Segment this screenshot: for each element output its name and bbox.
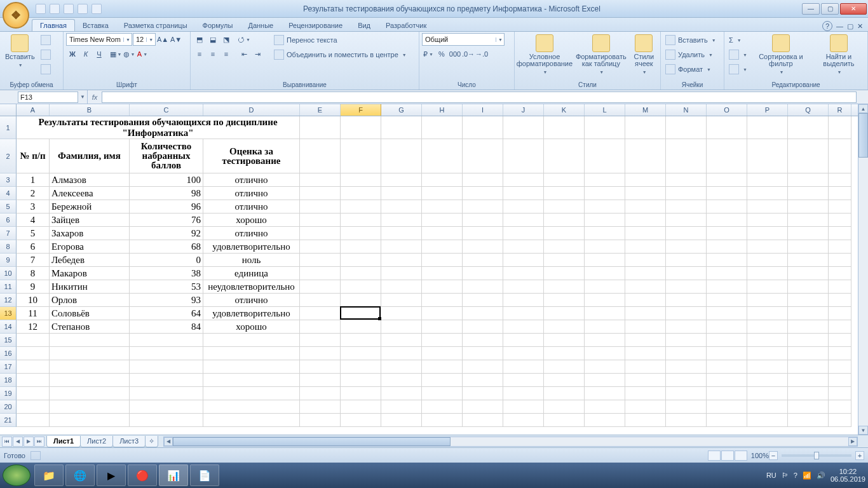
ribbon-tab-7[interactable]: Разработчик [378,20,434,31]
cell-n[interactable]: 6 [17,240,50,254]
row-header[interactable]: 20 [0,400,17,414]
cell[interactable] [666,374,707,387]
cell[interactable] [503,214,544,227]
cell[interactable] [666,267,707,280]
scroll-up-icon[interactable]: ▲ [858,104,868,113]
cell-score[interactable]: 96 [130,200,203,214]
cell[interactable] [747,173,788,187]
cell[interactable] [625,139,666,173]
cell[interactable] [381,200,422,214]
cell[interactable] [625,267,666,280]
formula-input[interactable] [102,92,857,103]
cell[interactable] [788,387,829,400]
cell-n[interactable]: 8 [17,267,50,280]
cell[interactable] [747,139,788,173]
cell[interactable] [463,214,503,227]
cell[interactable] [203,334,300,347]
cell[interactable] [463,320,503,334]
cell[interactable] [300,240,341,254]
cell[interactable] [625,173,666,187]
insert-cells-button[interactable]: Вставить▼ [663,33,718,47]
cell[interactable] [625,294,666,307]
row-header[interactable]: 7 [0,227,17,240]
cell[interactable] [300,347,341,360]
cell[interactable] [422,347,463,360]
cell[interactable] [130,414,203,427]
cell[interactable] [463,240,503,254]
cell[interactable] [300,307,341,320]
cell[interactable] [585,139,625,173]
cell[interactable] [747,360,788,374]
cell[interactable] [788,280,829,294]
cell[interactable] [707,173,747,187]
cell[interactable] [341,139,381,173]
cell[interactable] [666,294,707,307]
taskbar-app-opera[interactable]: 🔴 [128,464,157,486]
cell[interactable] [341,307,381,320]
cell[interactable] [625,374,666,387]
cell[interactable] [625,240,666,254]
mdi-close-icon[interactable]: ✕ [857,22,863,30]
cell[interactable] [341,320,381,334]
cell[interactable] [788,254,829,267]
cell[interactable] [544,116,585,139]
cell[interactable] [829,360,851,374]
cell[interactable] [707,254,747,267]
cell[interactable] [829,320,851,334]
cell[interactable] [300,400,341,414]
cell[interactable] [50,374,130,387]
cell[interactable] [666,227,707,240]
cell[interactable] [300,387,341,400]
cell[interactable] [666,307,707,320]
cell[interactable] [381,400,422,414]
cell[interactable] [503,320,544,334]
cell[interactable] [747,400,788,414]
table-header[interactable]: Фамилия, имя [50,139,130,173]
cell[interactable] [829,214,851,227]
cell[interactable] [341,240,381,254]
cell[interactable] [381,360,422,374]
row-header[interactable]: 16 [0,347,17,360]
cell[interactable] [341,116,381,139]
cell[interactable] [300,227,341,240]
cell[interactable] [463,187,503,200]
cell[interactable] [747,254,788,267]
cell[interactable] [666,139,707,173]
sheet-tab[interactable]: Лист3 [112,436,146,447]
cell[interactable] [829,374,851,387]
cell[interactable] [463,116,503,139]
cell[interactable] [130,400,203,414]
cell[interactable] [747,347,788,360]
cell[interactable] [17,360,50,374]
cell[interactable] [203,360,300,374]
cell[interactable] [503,334,544,347]
orientation-button[interactable]: ⭯▼ [238,33,250,46]
cell-grade[interactable]: отлично [203,173,300,187]
cell[interactable] [829,347,851,360]
vertical-scrollbar[interactable]: ▲ ▼ [858,104,868,435]
cell[interactable] [707,214,747,227]
cell[interactable] [625,280,666,294]
cell[interactable] [829,267,851,280]
row-header[interactable]: 12 [0,294,17,307]
currency-button[interactable]: ₽▼ [422,48,435,60]
cell[interactable] [829,116,851,139]
cell[interactable] [381,116,422,139]
cell[interactable] [503,374,544,387]
cell[interactable] [17,387,50,400]
cell[interactable] [422,387,463,400]
cell[interactable] [707,187,747,200]
comma-button[interactable]: 000 [449,48,461,60]
cell[interactable] [381,307,422,320]
bold-button[interactable]: Ж [66,48,79,60]
cell[interactable] [203,374,300,387]
ribbon-tab-4[interactable]: Данные [240,20,281,31]
cell[interactable] [381,334,422,347]
italic-button[interactable]: К [79,48,92,60]
hscroll-thumb[interactable] [173,437,450,446]
paste-button[interactable]: Вставить ▼ [3,33,37,70]
cell[interactable] [666,200,707,214]
cell[interactable] [503,347,544,360]
qat-save-icon[interactable] [36,4,46,14]
cell-n[interactable]: 9 [17,280,50,294]
